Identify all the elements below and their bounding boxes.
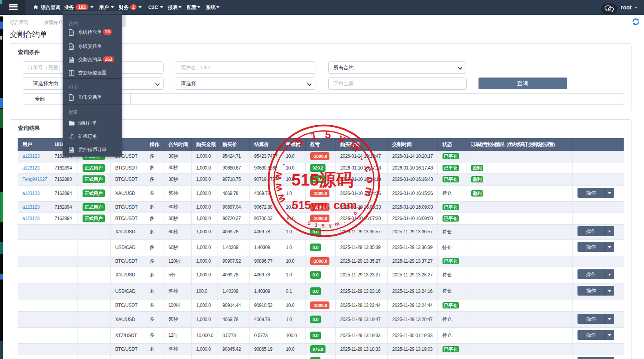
svg-text:o: o bbox=[364, 177, 376, 183]
svg-text:m: m bbox=[356, 204, 363, 211]
svg-text:m: m bbox=[347, 139, 362, 154]
svg-text:1: 1 bbox=[314, 222, 318, 228]
svg-text:c: c bbox=[347, 215, 353, 221]
svg-text:m: m bbox=[334, 220, 340, 227]
svg-text:w: w bbox=[272, 171, 284, 181]
svg-text:5: 5 bbox=[322, 223, 324, 229]
svg-text:.: . bbox=[275, 160, 287, 167]
svg-text:5: 5 bbox=[307, 220, 312, 227]
svg-text:.: . bbox=[342, 218, 345, 224]
svg-text:5: 5 bbox=[324, 129, 331, 141]
svg-text:y: y bbox=[337, 132, 347, 145]
svg-text:y: y bbox=[328, 222, 332, 228]
svg-text:5: 5 bbox=[294, 135, 305, 148]
